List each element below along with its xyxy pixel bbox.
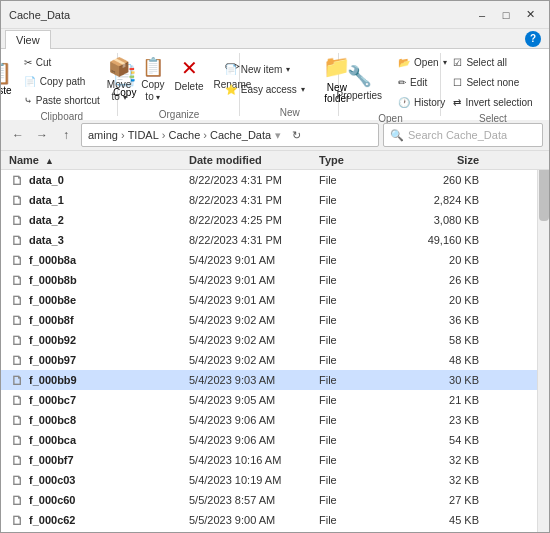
file-row[interactable]: 🗋 data_0 8/22/2023 4:31 PM File 260 KB (1, 170, 549, 190)
file-date: 5/4/2023 9:05 AM (189, 394, 319, 406)
file-name-cell: 🗋 f_000b8e (9, 292, 189, 308)
file-date: 5/4/2023 9:01 AM (189, 254, 319, 266)
breadcrumb-sep-3: › (203, 129, 207, 141)
file-size: 32 KB (399, 474, 479, 486)
file-type: File (319, 274, 399, 286)
delete-button[interactable]: ✕ Delete x (172, 53, 207, 107)
close-button[interactable]: ✕ (519, 6, 541, 24)
file-row[interactable]: 🗋 f_000bc7 5/4/2023 9:05 AM File 21 KB (1, 390, 549, 410)
move-to-button[interactable]: 📦 Move to ▾ (104, 53, 134, 107)
history-label: History (414, 97, 445, 108)
file-date: 5/4/2023 9:02 AM (189, 354, 319, 366)
refresh-button[interactable]: ↻ (285, 124, 307, 146)
file-name: data_0 (29, 174, 189, 186)
file-row[interactable]: 🗋 data_2 8/22/2023 4:25 PM File 3,080 KB (1, 210, 549, 230)
search-placeholder: Search Cache_Data (408, 129, 507, 141)
move-to-label: Move (107, 79, 131, 90)
file-row[interactable]: 🗋 f_000b8a 5/4/2023 9:01 AM File 20 KB (1, 250, 549, 270)
nav-arrows: ← → ↑ (7, 124, 77, 146)
copy-to-label: Copy (141, 79, 164, 90)
header-type[interactable]: Type (319, 154, 399, 166)
breadcrumb-cache: Cache (169, 129, 201, 141)
new-item-button[interactable]: 📄 New item ▾ (220, 60, 310, 78)
file-row[interactable]: 🗋 f_000b97 5/4/2023 9:02 AM File 48 KB (1, 350, 549, 370)
back-button[interactable]: ← (7, 124, 29, 146)
properties-button[interactable]: 🔧 Properties (329, 56, 389, 108)
copy-to-button[interactable]: 📋 Copy to ▾ (138, 53, 167, 107)
file-row[interactable]: 🗋 f_000c03 5/4/2023 10:19 AM File 32 KB (1, 470, 549, 490)
paste-label: Paste (0, 85, 12, 96)
paste-shortcut-label: Paste shortcut (36, 95, 100, 106)
file-row[interactable]: 🗋 f_000bb9 5/4/2023 9:03 AM File 30 KB (1, 370, 549, 390)
header-size[interactable]: Size (399, 154, 479, 166)
address-dropdown-arrow[interactable]: ▾ (275, 129, 281, 142)
file-row[interactable]: 🗋 f_000bca 5/4/2023 9:06 AM File 54 KB (1, 430, 549, 450)
nav-bar: ← → ↑ aming › TIDAL › Cache › Cache_Data… (1, 120, 549, 151)
search-bar[interactable]: 🔍 Search Cache_Data (383, 123, 543, 147)
file-size: 32 KB (399, 454, 479, 466)
minimize-button[interactable]: – (471, 6, 493, 24)
scrollbar-thumb[interactable] (539, 161, 549, 221)
file-type: File (319, 254, 399, 266)
file-name: f_000bc8 (29, 414, 189, 426)
scrollbar[interactable] (537, 151, 549, 533)
file-row[interactable]: 🗋 f_000b8e 5/4/2023 9:01 AM File 20 KB (1, 290, 549, 310)
move-to-label2: to ▾ (111, 91, 126, 102)
maximize-button[interactable]: □ (495, 6, 517, 24)
file-row[interactable]: 🗋 f_000c60 5/5/2023 8:57 AM File 27 KB (1, 490, 549, 510)
history-icon: 🕐 (398, 97, 410, 108)
file-name: f_000bf7 (29, 454, 189, 466)
file-row[interactable]: 🗋 f_000b8f 5/4/2023 9:02 AM File 36 KB (1, 310, 549, 330)
file-type: File (319, 434, 399, 446)
cut-button[interactable]: ✂ Cut (19, 53, 105, 71)
file-row[interactable]: 🗋 f_000bf7 5/4/2023 10:16 AM File 32 KB (1, 450, 549, 470)
invert-selection-button[interactable]: ⇄ Invert selection (448, 93, 537, 111)
forward-button[interactable]: → (31, 124, 53, 146)
easy-access-button[interactable]: ⭐ Easy access ▾ (220, 80, 310, 98)
ribbon-tabs: View ? (1, 29, 549, 48)
tab-view[interactable]: View (5, 30, 51, 49)
file-list-container[interactable]: Name ▲ Date modified Type Size 🗋 data_0 … (1, 151, 549, 533)
file-name-cell: 🗋 f_000c03 (9, 472, 189, 488)
file-row[interactable]: 🗋 f_000b8b 5/4/2023 9:01 AM File 26 KB (1, 270, 549, 290)
file-name-cell: 🗋 data_2 (9, 212, 189, 228)
new-vertical-buttons: 📄 New item ▾ ⭐ Easy access ▾ (220, 60, 310, 98)
file-size: 26 KB (399, 274, 479, 286)
paste-shortcut-button[interactable]: ⤷ Paste shortcut (19, 91, 105, 109)
file-row[interactable]: 🗋 f_000c62 5/5/2023 9:00 AM File 45 KB (1, 510, 549, 530)
file-name-cell: 🗋 f_000b97 (9, 352, 189, 368)
file-row[interactable]: 🗋 f_000bc8 5/4/2023 9:06 AM File 23 KB (1, 410, 549, 430)
file-icon: 🗋 (9, 192, 25, 208)
edit-icon: ✏ (398, 77, 406, 88)
copy-to-label2: to ▾ (145, 91, 160, 102)
cut-label: Cut (36, 57, 52, 68)
file-row[interactable]: 🗋 data_1 8/22/2023 4:31 PM File 2,824 KB (1, 190, 549, 210)
help-button[interactable]: ? (525, 31, 541, 47)
file-date: 5/4/2023 9:02 AM (189, 334, 319, 346)
header-name[interactable]: Name ▲ (9, 154, 189, 166)
select-none-button[interactable]: ☐ Select none (448, 73, 537, 91)
select-all-button[interactable]: ☑ Select all (448, 53, 537, 71)
file-date: 5/4/2023 9:06 AM (189, 414, 319, 426)
up-button[interactable]: ↑ (55, 124, 77, 146)
breadcrumb-tidal: TIDAL (128, 129, 159, 141)
clip-main: 📋 Paste ✂ Cut 📄 Copy path ⤷ Paste (0, 53, 105, 109)
file-name: f_000b8e (29, 294, 189, 306)
header-date[interactable]: Date modified (189, 154, 319, 166)
file-size: 3,080 KB (399, 214, 479, 226)
search-icon: 🔍 (390, 129, 404, 142)
paste-button[interactable]: 📋 Paste (0, 53, 17, 105)
file-type: File (319, 214, 399, 226)
file-type: File (319, 334, 399, 346)
file-icon: 🗋 (9, 492, 25, 508)
copy-to-icon: 📋 (142, 56, 164, 78)
select-all-icon: ☑ (453, 57, 462, 68)
file-row[interactable]: 🗋 f_000b92 5/4/2023 9:02 AM File 58 KB (1, 330, 549, 350)
copy-path-button[interactable]: 📄 Copy path (19, 72, 105, 90)
invert-selection-label: Invert selection (465, 97, 532, 108)
address-bar[interactable]: aming › TIDAL › Cache › Cache_Data ▾ ↻ (81, 123, 379, 147)
file-row[interactable]: 🗋 data_3 8/22/2023 4:31 PM File 49,160 K… (1, 230, 549, 250)
file-type: File (319, 414, 399, 426)
paste-shortcut-icon: ⤷ (24, 95, 32, 106)
file-type: File (319, 174, 399, 186)
